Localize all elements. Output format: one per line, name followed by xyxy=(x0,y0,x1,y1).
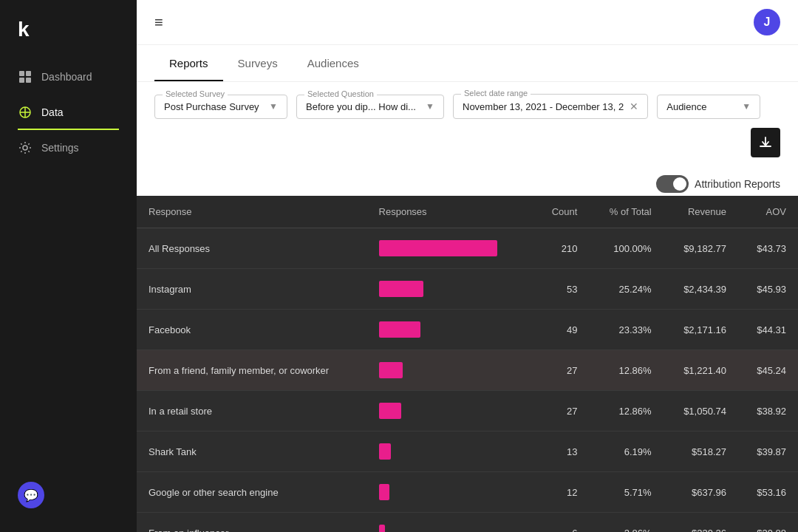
table-row: All Responses210100.00%$9,182.77$43.73 xyxy=(137,228,798,269)
svg-rect-0 xyxy=(19,71,24,76)
table-row: Facebook4923.33%$2,171.16$44.31 xyxy=(137,310,798,350)
tab-reports[interactable]: Reports xyxy=(154,45,223,81)
cell-bar xyxy=(367,432,534,472)
cell-revenue: $239.26 xyxy=(664,513,738,533)
cell-pct-total: 5.71% xyxy=(589,472,663,513)
tab-audiences[interactable]: Audiences xyxy=(293,45,374,81)
cell-count: 12 xyxy=(533,472,589,513)
sidebar-item-dashboard[interactable]: Dashboard xyxy=(0,59,137,95)
survey-dropdown-arrow: ▼ xyxy=(269,101,278,112)
cell-revenue: $518.27 xyxy=(664,432,738,472)
date-range-filter[interactable]: Select date range November 13, 2021 - De… xyxy=(453,94,648,119)
col-responses: Responses xyxy=(367,196,534,228)
cell-pct-total: 2.86% xyxy=(589,513,663,533)
data-icon xyxy=(18,105,33,120)
cell-pct-total: 12.86% xyxy=(589,391,663,432)
table-row: From an influencer62.86%$239.26$39.88 xyxy=(137,513,798,533)
cell-aov: $44.31 xyxy=(738,310,798,350)
table-row: Google or other search engine125.71%$637… xyxy=(137,472,798,513)
cell-count: 53 xyxy=(533,269,589,310)
cell-revenue: $2,434.39 xyxy=(664,269,738,310)
user-avatar[interactable]: J xyxy=(754,9,780,35)
attribution-label: Attribution Reports xyxy=(695,178,780,190)
cell-response: From a friend, family member, or coworke… xyxy=(137,350,367,391)
cell-count: 6 xyxy=(533,513,589,533)
cell-aov: $43.73 xyxy=(738,228,798,269)
table-row: Instagram5325.24%$2,434.39$45.93 xyxy=(137,269,798,310)
col-response: Response xyxy=(137,196,367,228)
cell-revenue: $2,171.16 xyxy=(664,310,738,350)
audience-filter[interactable]: Audience ▼ xyxy=(657,95,760,119)
cell-count: 27 xyxy=(533,350,589,391)
cell-response: Shark Tank xyxy=(137,432,367,472)
selected-question-filter[interactable]: Selected Question Before you dip... How … xyxy=(296,95,444,119)
cell-bar xyxy=(367,513,534,533)
audience-value[interactable]: Audience ▼ xyxy=(666,101,751,112)
cell-pct-total: 6.19% xyxy=(589,432,663,472)
cell-bar xyxy=(367,310,534,350)
table-row: Shark Tank136.19%$518.27$39.87 xyxy=(137,432,798,472)
date-clear-icon[interactable]: ✕ xyxy=(630,100,638,112)
audience-dropdown-arrow: ▼ xyxy=(742,101,751,112)
data-table-container: Response Responses Count % of Total Reve… xyxy=(137,196,798,532)
main-content: ≡ J Reports Surveys Audiences Selected S… xyxy=(137,0,798,532)
selected-question-value[interactable]: Before you dip... How di... ▼ xyxy=(306,101,434,112)
download-button[interactable] xyxy=(751,128,780,157)
sidebar-item-dashboard-label: Dashboard xyxy=(41,71,92,83)
toggle-switch[interactable] xyxy=(656,175,689,193)
svg-rect-3 xyxy=(26,78,31,83)
selected-survey-value[interactable]: Post Purchase Survey ▼ xyxy=(164,101,278,112)
attribution-toggle[interactable]: Attribution Reports xyxy=(656,175,780,193)
sidebar-item-data-label: Data xyxy=(41,106,64,118)
chat-button[interactable]: 💬 xyxy=(18,482,44,508)
selected-survey-filter[interactable]: Selected Survey Post Purchase Survey ▼ xyxy=(154,95,287,119)
filters-row: Selected Survey Post Purchase Survey ▼ S… xyxy=(137,82,798,169)
cell-bar xyxy=(367,228,534,269)
sidebar-item-data[interactable]: Data xyxy=(0,95,137,130)
date-range-label: Select date range xyxy=(461,89,531,98)
cell-pct-total: 100.00% xyxy=(589,228,663,269)
cell-bar xyxy=(367,391,534,432)
cell-count: 27 xyxy=(533,391,589,432)
col-count: Count xyxy=(533,196,589,228)
cell-response: Google or other search engine xyxy=(137,472,367,513)
sidebar-nav: Dashboard Data Settings xyxy=(0,59,137,166)
cell-count: 210 xyxy=(533,228,589,269)
grid-icon xyxy=(18,69,33,84)
col-pct-total: % of Total xyxy=(589,196,663,228)
cell-revenue: $1,050.74 xyxy=(664,391,738,432)
cell-revenue: $9,182.77 xyxy=(664,228,738,269)
cell-response: From an influencer xyxy=(137,513,367,533)
cell-revenue: $1,221.40 xyxy=(664,350,738,391)
svg-rect-1 xyxy=(26,71,31,76)
cell-aov: $39.88 xyxy=(738,513,798,533)
selected-survey-label: Selected Survey xyxy=(163,89,228,98)
cell-count: 49 xyxy=(533,310,589,350)
cell-response: All Responses xyxy=(137,228,367,269)
cell-bar xyxy=(367,269,534,310)
cell-response: In a retail store xyxy=(137,391,367,432)
cell-response: Facebook xyxy=(137,310,367,350)
cell-pct-total: 12.86% xyxy=(589,350,663,391)
table-row: In a retail store2712.86%$1,050.74$38.92 xyxy=(137,391,798,432)
tab-surveys[interactable]: Surveys xyxy=(223,45,293,81)
attribution-row: Attribution Reports xyxy=(137,169,798,196)
cell-aov: $53.16 xyxy=(738,472,798,513)
cell-aov: $45.93 xyxy=(738,269,798,310)
header: ≡ J xyxy=(137,0,798,45)
toggle-knob xyxy=(673,177,686,191)
table-header-row: Response Responses Count % of Total Reve… xyxy=(137,196,798,228)
sidebar-item-settings[interactable]: Settings xyxy=(0,130,137,166)
selected-question-label: Selected Question xyxy=(304,89,377,98)
cell-bar xyxy=(367,472,534,513)
tabs-bar: Reports Surveys Audiences xyxy=(137,45,798,82)
logo: k xyxy=(0,12,46,59)
sidebar-item-settings-label: Settings xyxy=(41,142,79,154)
table-row: From a friend, family member, or coworke… xyxy=(137,350,798,391)
date-range-value: November 13, 2021 - December 13, 2 xyxy=(463,101,624,112)
cell-bar xyxy=(367,350,534,391)
sidebar: k Dashboard Data xyxy=(0,0,137,532)
question-dropdown-arrow: ▼ xyxy=(426,101,434,112)
hamburger-icon[interactable]: ≡ xyxy=(154,14,163,31)
sidebar-bottom: 💬 xyxy=(0,470,62,520)
